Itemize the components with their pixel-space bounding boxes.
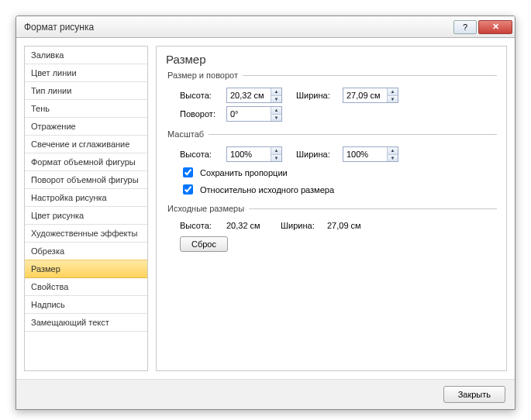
height-spinner[interactable]: ▲ ▼ [226,88,282,103]
scale-height-spinner[interactable]: ▲ ▼ [226,146,282,162]
rotation-down-icon[interactable]: ▼ [271,114,281,122]
height-input[interactable] [227,88,271,102]
scale-width-down-icon[interactable]: ▼ [388,154,398,162]
sidebar-item-shadow[interactable]: Тень [25,100,147,118]
rotation-up-icon[interactable]: ▲ [271,107,281,114]
reset-button[interactable]: Сброс [180,236,228,252]
sidebar-item-3d-rotation[interactable]: Поворот объемной фигуры [25,171,147,189]
scale-height-label: Высота: [180,150,222,159]
rotation-input[interactable] [227,107,271,121]
lock-aspect-checkbox[interactable] [183,167,193,177]
scale-height-down-icon[interactable]: ▼ [271,154,281,162]
height-down-icon[interactable]: ▼ [271,95,281,103]
group-size-rotate: Размер и поворот Высота: ▲ ▼ Ширина: [166,71,497,125]
sidebar-item-crop[interactable]: Обрезка [25,243,147,260]
dialog-footer: Закрыть [16,379,515,409]
height-label: Высота: [180,91,222,100]
sidebar-item-line-color[interactable]: Цвет линии [25,64,147,82]
sidebar-item-size[interactable]: Размер [25,260,147,278]
group-scale-legend: Масштаб [166,129,209,139]
scale-height-input[interactable] [227,147,271,161]
group-size-rotate-legend: Размер и поворот [166,71,243,80]
sidebar-item-artistic-effects[interactable]: Художественные эффекты [25,225,147,243]
height-up-icon[interactable]: ▲ [271,88,281,95]
width-down-icon[interactable]: ▼ [388,95,398,103]
scale-width-input[interactable] [343,147,387,161]
lock-aspect-label: Сохранить пропорции [200,168,288,177]
orig-height-value: 20,32 см [226,221,273,230]
help-icon: ? [463,22,467,32]
width-input[interactable] [343,88,387,102]
orig-width-label: Ширина: [281,221,319,230]
relative-original-checkbox-row[interactable]: Относительно исходного размера [180,182,497,197]
group-original-legend: Исходные размеры [166,204,249,213]
help-button[interactable]: ? [453,20,477,34]
sidebar-item-3d-format[interactable]: Формат объемной фигуры [25,153,147,171]
close-button[interactable]: Закрыть [443,386,505,403]
sidebar-item-fill[interactable]: Заливка [25,46,147,64]
format-picture-dialog: Формат рисунка ? ✕ Заливка Цвет линии Ти… [16,15,515,410]
sidebar-item-reflection[interactable]: Отражение [25,118,147,136]
close-icon: ✕ [492,22,499,32]
size-panel: Размер Размер и поворот Высота: ▲ ▼ Шири… [156,46,507,371]
dialog-body: Заливка Цвет линии Тип линии Тень Отраже… [16,38,515,379]
sidebar-item-textbox[interactable]: Надпись [25,296,147,314]
relative-original-label: Относительно исходного размера [200,185,334,195]
sidebar: Заливка Цвет линии Тип линии Тень Отраже… [24,46,148,371]
group-scale: Масштаб Высота: ▲ ▼ Ширина: ▲ [166,129,497,199]
window-close-button[interactable]: ✕ [478,20,512,34]
panel-heading: Размер [166,53,497,66]
width-spinner[interactable]: ▲ ▼ [343,88,398,103]
sidebar-item-properties[interactable]: Свойства [25,278,147,296]
orig-width-value: 27,09 см [327,221,374,230]
orig-height-label: Высота: [180,221,219,230]
rotation-spinner[interactable]: ▲ ▼ [226,106,282,122]
sidebar-item-alt-text[interactable]: Замещающий текст [25,314,147,332]
sidebar-item-picture-corrections[interactable]: Настройка рисунка [25,189,147,207]
scale-width-up-icon[interactable]: ▲ [388,147,398,154]
titlebar: Формат рисунка ? ✕ [16,16,515,38]
relative-original-checkbox[interactable] [183,184,193,195]
width-label: Ширина: [296,91,338,100]
rotation-label: Поворот: [180,109,222,119]
lock-aspect-checkbox-row[interactable]: Сохранить пропорции [180,165,497,180]
sidebar-item-glow[interactable]: Свечение и сглаживание [25,136,147,153]
group-original: Исходные размеры Высота: 20,32 см Ширина… [166,204,497,252]
scale-width-spinner[interactable]: ▲ ▼ [343,146,398,162]
scale-height-up-icon[interactable]: ▲ [271,147,281,154]
sidebar-item-picture-color[interactable]: Цвет рисунка [25,207,147,225]
width-up-icon[interactable]: ▲ [388,88,398,95]
dialog-title: Формат рисунка [24,22,453,33]
scale-width-label: Ширина: [296,150,338,159]
sidebar-item-line-style[interactable]: Тип линии [25,82,147,100]
titlebar-buttons: ? ✕ [453,20,512,34]
